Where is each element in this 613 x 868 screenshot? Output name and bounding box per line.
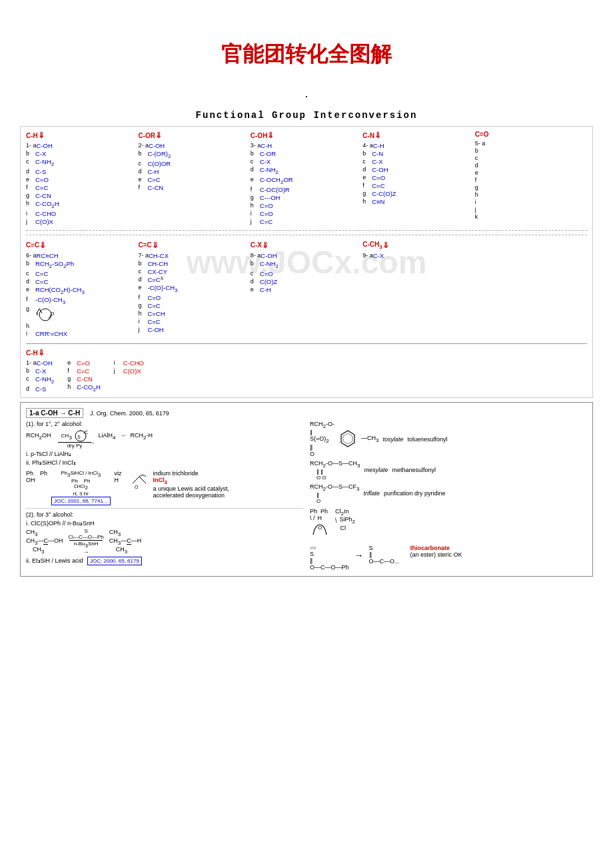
list-item: bRCH2-SO2Ph	[26, 260, 138, 269]
list-item: e	[475, 169, 587, 176]
procedure-2-label: (2). for 3° alcohol:	[26, 511, 303, 518]
indium-desc3: accelerated deoxygenation	[153, 492, 230, 499]
list-item: hC≡N	[362, 198, 474, 205]
ch-repeat-right: iC-CHO jC(O)X	[114, 359, 144, 393]
page-title: 官能团转化全图解	[0, 0, 613, 69]
list-item: gC-CN	[67, 375, 101, 383]
list-item: fC=C	[67, 367, 101, 375]
cat-ch-header: C-H ⇓	[26, 131, 138, 140]
dot-separator: ·	[0, 89, 613, 103]
list-item: bC-X	[26, 367, 54, 375]
list-item: fC-CN	[138, 184, 250, 191]
ch-items: 1- aC-OH bC-X cC-NH2 dC-S eC=O fC=C gC-C…	[26, 142, 138, 225]
benzene-tosylate-icon	[338, 429, 357, 448]
cn-arrow: ⇓	[374, 131, 381, 140]
ch-repeat-arrow: ⇓	[38, 348, 45, 357]
cx-items: 8- aC-OH bC-NH2 cC=O dC(O)Z eC-H	[251, 252, 362, 293]
list-item: bC-N	[362, 150, 474, 157]
list-item: 6- aRC≡CH	[26, 252, 138, 259]
cat-ctc-header: C≡C ⇓	[26, 241, 138, 250]
reaction-title: 1-a C-OH → C-H	[26, 408, 83, 418]
cx-arrow: ⇓	[262, 241, 269, 250]
procedure-1-label: (1). for 1°, 2° alcohol:	[26, 421, 303, 427]
list-item: cC-NH2	[26, 158, 138, 167]
incl3-label: InCl3	[153, 477, 230, 485]
list-item: iC=C	[138, 318, 250, 325]
thiocarbonate-row: viz S ‖ O—C—O—Ph → S ‖ O—C—O...	[310, 545, 587, 571]
divider	[26, 235, 587, 235]
triflate-label: triflate	[363, 490, 380, 497]
ch-repeat-left: 1- aC-OH bC-X cC-NH2 dC-S	[26, 359, 54, 393]
indium-desc2: a unique Lewis acid catalyst,	[153, 485, 230, 492]
list-item: dC-S	[26, 385, 54, 393]
list-item: eC=O	[67, 359, 101, 367]
coh-items: 3- aC-H bC-OR cC-X dC-NH2 eC-OCH2OR fC-O…	[251, 142, 362, 225]
cdc-arrow: ⇓	[152, 241, 159, 250]
list-item: eC=O	[362, 174, 474, 181]
cdo-items: 5- a b c d e f g h i j k	[475, 140, 587, 220]
triflate-name: purification dry pyridine	[384, 490, 446, 497]
siph2-row: Ph Ph \ / H O Cl2In	[310, 508, 587, 539]
procedure-2: (2). for 3° alcohol: i. ClC(S)OPh // n-B…	[26, 508, 303, 564]
list-item: cC=O	[251, 270, 362, 277]
list-item: dC-S	[26, 168, 138, 175]
reaction-title-row: 1-a C-OH → C-H J. Org. Chem. 2000, 65, 6…	[26, 408, 587, 418]
list-item: h	[475, 191, 587, 198]
sulfonyl-structures: RCH2-O- ‖ S(=O)2 ‖ O —CH3 tosylate	[310, 421, 587, 570]
list-item: dC-H	[138, 168, 250, 175]
reaction-scheme-1: RCH2OH CH3 S Cl →	[26, 430, 303, 449]
list-item: eRCH(CO2H)-CH3	[26, 286, 138, 295]
list-item: jC(O)X	[26, 218, 138, 225]
list-item: 1- aC-OH	[26, 142, 138, 149]
list-item: i	[475, 199, 587, 205]
thiocarbonate-desc: (an ester) steric OK	[410, 551, 462, 558]
cat-ctc: C≡C ⇓ 6- aRC≡CH bRCH2-SO2Ph cC=C dC=C eR…	[26, 241, 138, 339]
list-item: fC=O	[138, 294, 250, 301]
list-item: bC-OR	[251, 150, 362, 157]
svg-text:O: O	[318, 525, 322, 531]
cat-ch: C-H ⇓ 1- aC-OH bC-X cC-NH2 dC-S eC=O fC=…	[26, 131, 138, 226]
coh-arrow: ⇓	[267, 131, 274, 140]
list-item: bCH-CH	[138, 260, 250, 267]
top-categories: C-H ⇓ 1- aC-OH bC-X cC-NH2 dC-S eC=O fC=…	[26, 131, 587, 231]
mesylate-name: methanesulfonyl	[392, 467, 436, 473]
reagent-3: i. ClC(S)OPh // n-Bu₃SnH	[26, 520, 303, 527]
list-item: g	[475, 184, 587, 191]
list-item: 3- aC-H	[251, 142, 362, 149]
list-item: gC---OH	[251, 194, 362, 201]
list-item: cC=C	[26, 270, 138, 277]
list-item: eC-OCH2OR	[251, 176, 362, 185]
list-item: f-C(O)-CH3	[26, 296, 138, 305]
list-item: iC-CHO	[114, 359, 144, 367]
list-item: dC(O)Z	[251, 278, 362, 285]
cat-cdc: C=C ⇓ 7- aCH-CX bCH-CH cCX-CY dC=C X e-C…	[138, 241, 250, 334]
fgi-box: www.JOCx.com C-H ⇓ 1- aC-OH bC-X cC-NH2 …	[20, 126, 593, 398]
svg-text:x: x	[36, 311, 39, 316]
list-item: gC-CN	[26, 192, 138, 199]
reagent-ii: ii. Ph₃SiHCl / InCl₃	[26, 459, 303, 466]
svg-text:S: S	[77, 435, 81, 439]
list-item: hC-CO2H	[67, 383, 101, 393]
list-item: j	[475, 206, 587, 213]
list-item: hC=O	[251, 202, 362, 209]
epoxide-icon: O	[126, 470, 149, 490]
list-item: cC-X	[251, 158, 362, 165]
ch-repeat-mid: eC=O fC=C gC-CN hC-CO2H	[67, 359, 101, 393]
tosylate-name: toluenesulfonyl	[407, 436, 447, 443]
list-item: gC=C	[138, 302, 250, 309]
list-item: fC-OC(O)R	[251, 186, 362, 193]
ctc-items: 6- aRC≡CH bRCH2-SO2Ph cC=C dC=C eRCH(CO2…	[26, 252, 138, 338]
ring-icon: x O	[35, 305, 55, 322]
cat-cdc-header: C=C ⇓	[138, 241, 250, 250]
cat-cn: C-N ⇓ 4- aC-H bC-N cC-X dC-OH eC=O fC=C …	[362, 131, 474, 206]
list-item: fC=C	[362, 182, 474, 189]
mesylate-row: RCH2-O—S—CH3 ‖ ‖ O O mesylate methanesul…	[310, 460, 587, 481]
svg-text:O: O	[135, 485, 139, 489]
list-item: cCX-CY	[138, 268, 250, 275]
ch-arrow: ⇓	[38, 131, 45, 140]
list-item: gC-C(O)Z	[362, 190, 474, 197]
ref-link-2[interactable]: JOC; 2000, 65, 6179	[87, 557, 142, 565]
cat-coh: C-OH ⇓ 3- aC-H bC-OR cC-X dC-NH2 eC-OCH2…	[251, 131, 362, 226]
cor-items: 2- aC-OH bC-(OR)2 cC(O)OR dC-H eC=C fC-C…	[138, 142, 250, 191]
list-item: k	[475, 213, 587, 220]
